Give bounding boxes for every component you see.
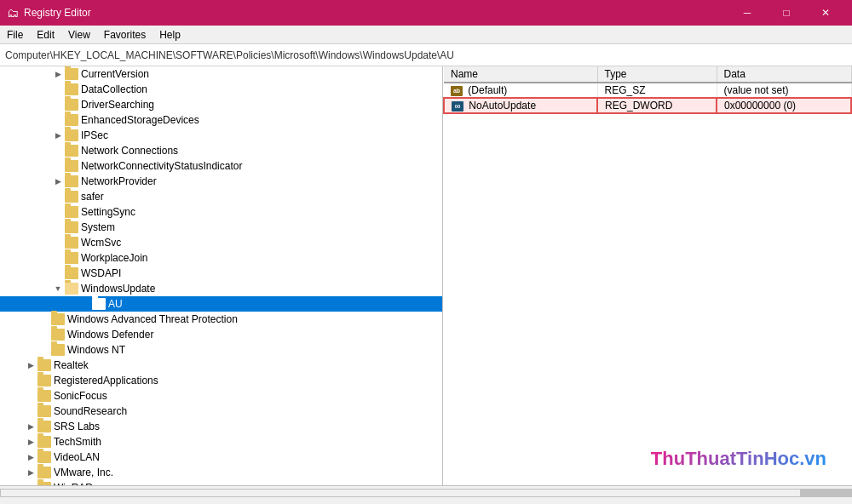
window-controls: ─ □ ✕ — [728, 0, 845, 26]
registry-table: Name Type Data ab (Default) REG_SZ (valu… — [443, 66, 852, 114]
folder-icon — [65, 237, 78, 249]
tree-label: EnhancedStorageDevices — [81, 114, 199, 126]
folder-icon — [51, 344, 65, 356]
expand-icon[interactable] — [24, 466, 37, 479]
tree-label: WcmSvc — [81, 237, 121, 249]
tree-item-techsmith[interactable]: TechSmith — [0, 434, 442, 450]
tree-label: DataCollection — [81, 83, 147, 95]
expand-icon[interactable] — [24, 358, 37, 372]
tree-item-winrar[interactable]: WinRAR — [0, 480, 442, 485]
menu-help[interactable]: Help — [153, 26, 187, 43]
folder-icon — [65, 145, 78, 157]
folder-icon — [65, 99, 78, 111]
tree-label: Realtek — [54, 359, 89, 371]
tree-item-srs-labs[interactable]: SRS Labs — [0, 419, 442, 434]
tree-item-driver-searching[interactable]: DriverSearching — [0, 97, 442, 112]
expand-icon[interactable] — [51, 175, 65, 188]
folder-icon — [65, 252, 78, 264]
menu-edit[interactable]: Edit — [30, 26, 61, 43]
titlebar: 🗂 Registry Editor ─ □ ✕ — [0, 0, 852, 26]
folder-icon — [65, 129, 78, 141]
tree-item-workplace-join[interactable]: WorkplaceJoin — [0, 250, 442, 266]
reg-data: 0x00000000 (0) — [717, 98, 851, 113]
tree-label: AU — [108, 298, 123, 310]
tree-item-safer[interactable]: safer — [0, 189, 442, 204]
reg-type: REG_SZ — [597, 83, 717, 98]
maximize-button[interactable]: □ — [767, 0, 806, 26]
reg-type-icon-dword: 00 — [452, 101, 463, 112]
expand-icon[interactable] — [24, 435, 37, 449]
tree-label: DriverSearching — [81, 99, 154, 111]
reg-type: REG_DWORD — [597, 98, 717, 113]
folder-icon — [37, 421, 51, 432]
reg-name: 00 NoAutoUpdate — [444, 98, 597, 113]
tree-label: RegisteredApplications — [54, 375, 158, 387]
tree-item-data-collection[interactable]: DataCollection — [0, 82, 442, 97]
tree-item-enhanced-storage[interactable]: EnhancedStorageDevices — [0, 112, 442, 128]
col-name: Name — [444, 66, 597, 83]
tree-item-sound-research[interactable]: SoundResearch — [0, 404, 442, 419]
folder-icon — [65, 175, 78, 187]
menu-view[interactable]: View — [61, 26, 97, 43]
folder-icon — [92, 298, 106, 310]
tree-item-registered-apps[interactable]: RegisteredApplications — [0, 373, 442, 388]
registry-row-default[interactable]: ab (Default) REG_SZ (value not set) — [444, 83, 851, 98]
folder-icon — [65, 283, 78, 295]
expand-icon[interactable] — [51, 67, 65, 81]
folder-icon — [65, 221, 78, 233]
folder-icon — [65, 267, 78, 279]
registry-row-no-auto-update[interactable]: 00 NoAutoUpdate REG_DWORD 0x00000000 (0) — [444, 98, 851, 113]
tree-item-au[interactable]: AU — [0, 296, 442, 312]
folder-icon — [65, 83, 78, 95]
folder-icon — [37, 375, 51, 387]
menu-file[interactable]: File — [0, 26, 30, 43]
tree-item-windows-update[interactable]: WindowsUpdate — [0, 281, 442, 296]
tree-item-sonic-focus[interactable]: SonicFocus — [0, 388, 442, 404]
tree-pane[interactable]: CurrentVersion DataCollection DriverSear… — [0, 66, 443, 485]
address-path: Computer\HKEY_LOCAL_MACHINE\SOFTWARE\Pol… — [5, 49, 454, 61]
tree-item-system[interactable]: System — [0, 220, 442, 235]
tree-label: IPSec — [81, 129, 108, 141]
tree-label: SettingSync — [81, 206, 135, 218]
folder-icon — [51, 313, 65, 325]
close-button[interactable]: ✕ — [806, 0, 845, 26]
folder-icon — [37, 451, 51, 463]
right-pane[interactable]: Name Type Data ab (Default) REG_SZ (valu… — [443, 66, 852, 485]
menu-favorites[interactable]: Favorites — [97, 26, 153, 43]
tree-item-network-provider[interactable]: NetworkProvider — [0, 174, 442, 189]
horizontal-scrollbar[interactable] — [0, 485, 852, 500]
folder-icon — [65, 160, 78, 172]
tree-item-network-connections[interactable]: Network Connections — [0, 143, 442, 158]
tree-label: WinRAR — [54, 482, 93, 485]
tree-label: System — [81, 221, 115, 233]
tree-label: safer — [81, 191, 104, 203]
expand-icon[interactable] — [24, 420, 37, 433]
tree-item-realtek[interactable]: Realtek — [0, 358, 442, 373]
folder-icon — [51, 329, 65, 341]
minimize-button[interactable]: ─ — [728, 0, 767, 26]
folder-icon — [37, 467, 51, 478]
window-title: Registry Editor — [24, 7, 728, 19]
tree-item-current-version[interactable]: CurrentVersion — [0, 66, 442, 82]
tree-item-network-connectivity[interactable]: NetworkConnectivityStatusIndicator — [0, 158, 442, 174]
expand-icon[interactable] — [24, 450, 37, 464]
folder-icon — [37, 482, 51, 485]
tree-item-wsdapi[interactable]: WSDAPI — [0, 266, 442, 281]
col-type: Type — [597, 66, 717, 83]
tree-label: VMware, Inc. — [54, 467, 113, 478]
tree-item-vmware[interactable]: VMware, Inc. — [0, 465, 442, 480]
expand-icon[interactable] — [51, 129, 65, 142]
tree-label: Windows Defender — [67, 329, 153, 341]
folder-icon — [37, 390, 51, 402]
folder-icon — [65, 191, 78, 203]
tree-item-wcm-svc[interactable]: WcmSvc — [0, 235, 442, 250]
expand-icon[interactable] — [51, 282, 65, 295]
folder-icon — [37, 359, 51, 371]
tree-item-windows-defender[interactable]: Windows Defender — [0, 327, 442, 342]
tree-item-windows-nt[interactable]: Windows NT — [0, 342, 442, 358]
tree-item-videolan[interactable]: VideoLAN — [0, 450, 442, 465]
tree-item-windows-atp[interactable]: Windows Advanced Threat Protection — [0, 312, 442, 327]
tree-item-ipsec[interactable]: IPSec — [0, 128, 442, 143]
tree-label: SRS Labs — [54, 421, 100, 432]
tree-item-setting-sync[interactable]: SettingSync — [0, 204, 442, 220]
